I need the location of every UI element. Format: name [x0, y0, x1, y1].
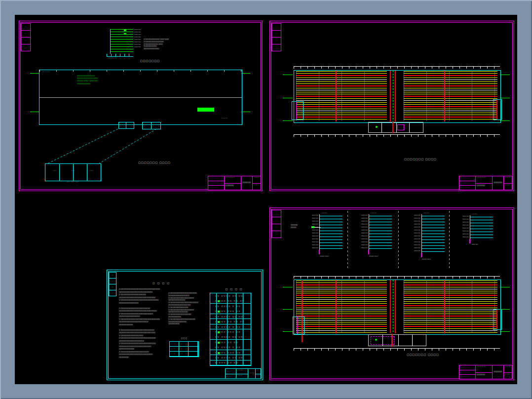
notes-heading: □ □ □ □: [134, 282, 189, 285]
floor-plan-outline: [294, 70, 501, 123]
wing-left: [296, 71, 387, 121]
outline-tick-strip: [39, 70, 242, 72]
signature-cell: □□: [271, 44, 281, 51]
org-name: □□□□□□□□: [476, 365, 492, 372]
column-separator: [449, 211, 450, 270]
circuit-labels: □□□ □□□□□ □□□□□ □□□□□ □□□□□ □□□□□ □□□□□ …: [407, 214, 421, 253]
entrance-rooms: [368, 122, 423, 133]
red-riser-line: [392, 334, 393, 347]
title-block: □□ □□□ □□□□ □□□ □□□□ □□□ □□ □□□□□□□□ □□□…: [459, 365, 512, 379]
signature-cell: □□: [21, 30, 31, 38]
drawing-name: □□□□□□: [493, 365, 503, 372]
revision-row: □□ □□□ □□: [459, 370, 475, 374]
note-line: □□□□□□□□: [168, 322, 208, 325]
drawing-number: □□—□□: [253, 176, 261, 183]
plan-title: □□□□□□□ □□□□: [120, 161, 189, 164]
axis-tick: [500, 120, 510, 121]
axis-tick: [500, 309, 510, 310]
drawing-number: □□—□□: [504, 176, 512, 183]
drawing-canvas: □□□□□□□□ □□□ □□□□□ □□□□□ □□□□□ □□□□□ □□□…: [15, 15, 517, 384]
small-table-rows: □□ □□ □□□□ □□ □□□□ □□ □□: [170, 342, 198, 357]
circuit-label: □□□ □□: [304, 247, 319, 250]
riser-base-label: □□□·□□ □□: [108, 57, 132, 59]
red-riser-line: [336, 280, 337, 333]
plan-title: □□□□□□□ □□□□: [383, 158, 457, 160]
legend-symbol: [218, 342, 220, 344]
riser-ladder: [110, 29, 133, 54]
axis-tick: [500, 75, 510, 75]
revision-row: □□ □□: [226, 374, 236, 379]
circuit-labels: □□□ □□□□□ □□□□□ □□□□□ □□□□□ □□□□□ □□□□□ …: [455, 215, 470, 239]
axis-tick: [283, 120, 293, 121]
circuit-label: □□□ □□: [407, 250, 421, 253]
title-block: □□ □□□ □□□□ □□□ □□□□ □□□ □□ □□□□□□□□ □□□…: [208, 176, 261, 190]
bus-segment: [421, 253, 422, 257]
branch-lines: [470, 215, 493, 239]
dimension-ticks-bottom: [294, 134, 500, 137]
signature-cell: □□: [271, 231, 281, 238]
detail-cell-label: □□□: [82, 170, 101, 171]
sheet-design-notes: □□□□□□□□ □ □ □ □ □ □□□□□□□□□□□□□□□□□□□□□…: [107, 270, 263, 380]
riser-diagram: □□□ □□□□□ □□□□□ □□□□□ □□□□□ □□□□□ □□□□□ …: [106, 27, 185, 60]
signature-column: □□□□□□□□: [21, 24, 31, 51]
drawing-scale: □:□□□: [253, 183, 261, 190]
riser-device-box: [124, 33, 126, 35]
org-name: □□□□□: [236, 369, 248, 374]
bus-segment: [319, 250, 320, 254]
detail-cell-label: □□□: [45, 170, 64, 171]
room-divider: [381, 122, 382, 132]
sheet-floor-plan-1: □□□□□□□□ □: [269, 21, 514, 191]
dimension-ticks-bottom: [294, 348, 500, 351]
revision-row: □□ □□□ □□: [459, 185, 475, 190]
revision-row: □□ □□: [226, 369, 236, 374]
table-divider: [243, 293, 243, 365]
signature-cell: □□: [271, 217, 281, 224]
legend-symbol: [218, 331, 220, 333]
axis-tick: [241, 112, 250, 112]
note-line: □□□□□□□□□□□: [144, 47, 178, 50]
signature-cell: □□: [271, 210, 281, 217]
revision-rows: □□ □□□ □□□□ □□□ □□□□ □□□ □□: [459, 176, 475, 190]
distribution-panel-4: □□□□ □□□ □□□□□ □□□□□ □□□□□ □□□□□ □□□□□ □…: [455, 213, 494, 246]
revision-row: □□ □□□ □□: [208, 176, 224, 181]
panel-footer: □□□□ □□□: [304, 256, 344, 258]
notes-column-left: □ □□□□□□□□□□□□□□□□□□□□□□□□□□□□□□□□□□□□□□…: [119, 288, 166, 359]
axis-tick: [283, 287, 293, 287]
branch-lines: [369, 214, 392, 250]
signature-cell: □□: [271, 30, 281, 38]
sheet-floor-plan-2: □□□□□□□□ □□□□□□□□□ □□□□□ □□□ □□□□□ □□□□□…: [269, 207, 514, 380]
red-riser-line: [390, 71, 391, 121]
project-name: □□□□□□: [225, 183, 241, 190]
drawing-scale: □:□□: [256, 374, 261, 379]
revision-rows: □□ □□□ □□□□ □□□ □□□□ □□□ □□: [208, 176, 224, 190]
axis-tick: [283, 331, 293, 332]
signature-column: □□□□□□□□: [109, 273, 116, 296]
highlighted-label: [197, 108, 214, 112]
revision-rows: □□ □□□□ □□: [226, 369, 236, 378]
revision-row: □□ □□□ □□: [459, 176, 475, 181]
viewer-window: □□□□□□□□ □□□ □□□□□ □□□□□ □□□□□ □□□□□ □□□…: [0, 0, 532, 399]
dimension-ticks-top: [294, 66, 500, 69]
drawing-number: □□: [256, 369, 261, 374]
project-name: □□□□□□: [476, 372, 492, 379]
detail-divider: [59, 164, 60, 181]
legend-symbol: [218, 321, 220, 323]
detail-cells: □□□□□□□□□: [45, 170, 101, 171]
panel-box: [371, 336, 394, 345]
axis-tick: [283, 309, 293, 310]
table-row: □□ □□ □□: [170, 342, 198, 347]
room-box: [118, 122, 134, 129]
riser-device-box: [124, 30, 126, 31]
distribution-panel-2: □□□□□ □□□ □□□□□ □□□□□ □□□□□ □□□□□ □□□□□ …: [354, 212, 393, 258]
room-divider: [409, 122, 410, 132]
axis-tick: [500, 331, 510, 332]
detail-cell-label: □□□: [64, 170, 82, 171]
wing-left: [296, 280, 387, 333]
bus-segment: [469, 239, 470, 243]
distribution-panel-3: □□□□□ □□□ □□□□□ □□□□□ □□□□□ □□□□□ □□□□□ …: [407, 212, 446, 261]
signature-cell: □□: [271, 37, 281, 44]
floor-plan-outline: [294, 279, 501, 335]
red-riser-line: [444, 280, 445, 333]
drawing-name: □□□□□□: [493, 176, 503, 183]
table-divider: [227, 293, 228, 365]
